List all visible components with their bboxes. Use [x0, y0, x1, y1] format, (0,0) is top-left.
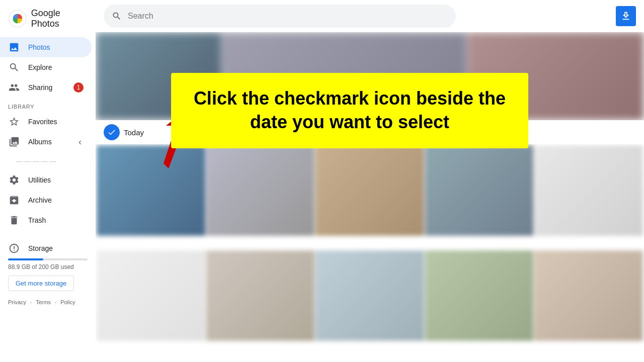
- photos-icon: [8, 41, 20, 53]
- photo-thumb-4: [425, 145, 534, 236]
- utilities-icon: [8, 174, 20, 186]
- utilities-label: Utilities: [28, 176, 51, 184]
- sidebar-item-explore[interactable]: Explore: [0, 57, 92, 77]
- sidebar-item-albums[interactable]: Albums ‹: [0, 132, 92, 152]
- photo-thumb-7: [206, 250, 315, 341]
- upload-icon: [620, 11, 631, 22]
- library-section-label: LIBRARY: [0, 98, 96, 112]
- sidebar-item-sharing[interactable]: Sharing 1: [0, 77, 92, 98]
- photo-thumb-8: [315, 250, 424, 341]
- sidebar-item-trash[interactable]: Trash: [0, 210, 92, 230]
- storage-nav-item: Storage: [0, 238, 92, 258]
- tooltip-box: Click the checkmark icon beside the date…: [171, 73, 528, 148]
- photo-thumb-3: [315, 145, 424, 236]
- sidebar-item-archive[interactable]: Archive: [0, 190, 92, 210]
- albums-sub-label: — — — — —: [16, 157, 56, 165]
- photo-thumb-1: [97, 145, 205, 236]
- app-logo: Google Photos: [0, 4, 96, 37]
- albums-label: Albums: [28, 138, 52, 146]
- checkmark-icon: [107, 128, 116, 137]
- get-more-storage-button[interactable]: Get more storage: [8, 276, 74, 291]
- privacy-link[interactable]: Privacy: [8, 299, 26, 305]
- photo-thumb-5: [534, 145, 643, 236]
- photo-thumb-2: [206, 145, 315, 236]
- footer-links: Privacy · Terms · Policy: [0, 295, 96, 309]
- main-content: Today Click the che: [96, 0, 644, 362]
- albums-icon: [8, 136, 20, 148]
- sidebar-item-photos[interactable]: Photos: [0, 37, 92, 57]
- header-bar: [96, 0, 644, 32]
- sidebar-item-utilities[interactable]: Utilities: [0, 170, 92, 190]
- policy-link[interactable]: Policy: [60, 299, 75, 305]
- photo-thumb-10: [534, 250, 643, 341]
- albums-chevron-icon: ‹: [78, 137, 82, 147]
- tooltip-text: Click the checkmark icon beside the date…: [187, 87, 512, 134]
- photo-area: Today Click the che: [96, 0, 644, 355]
- app-name-label: Google Photos: [31, 8, 88, 29]
- sharing-label: Sharing: [28, 83, 52, 92]
- search-bar[interactable]: [104, 5, 456, 28]
- photos-label: Photos: [28, 43, 50, 51]
- sidebar-item-favorites[interactable]: Favorites: [0, 112, 92, 132]
- storage-label: Storage: [28, 244, 53, 252]
- google-photos-logo-icon: [8, 9, 27, 29]
- storage-bar-background: [8, 258, 88, 260]
- storage-icon: [8, 242, 20, 254]
- sharing-icon: [8, 81, 20, 94]
- photo-thumb-9: [425, 250, 534, 341]
- search-input[interactable]: [128, 12, 448, 21]
- photo-grid: [96, 144, 644, 355]
- storage-bar-fill: [8, 258, 43, 260]
- explore-icon: [8, 61, 20, 73]
- date-checkmark-button[interactable]: [104, 124, 120, 140]
- upload-button[interactable]: [616, 6, 636, 26]
- favorites-label: Favorites: [28, 118, 57, 126]
- storage-bar-area: 88.9 GB of 200 GB used Get more storage: [0, 258, 96, 295]
- sidebar: Google Photos Photos Explore Sharing 1 L…: [0, 0, 96, 362]
- search-icon: [112, 11, 122, 21]
- archive-label: Archive: [28, 196, 52, 204]
- favorites-icon: [8, 116, 20, 128]
- explore-label: Explore: [28, 63, 52, 71]
- trash-icon: [8, 214, 20, 226]
- storage-section: Storage 88.9 GB of 200 GB used Get more …: [0, 238, 96, 295]
- date-label: Today: [124, 128, 144, 137]
- photo-thumb-6: [97, 250, 205, 341]
- header-actions: [616, 6, 636, 26]
- trash-label: Trash: [28, 216, 46, 224]
- storage-used-label: 88.9 GB of 200 GB used: [8, 263, 88, 270]
- archive-icon: [8, 194, 20, 206]
- sidebar-albums-sub-item[interactable]: — — — — —: [0, 152, 92, 170]
- terms-link[interactable]: Terms: [36, 299, 51, 305]
- sharing-badge: 1: [73, 82, 84, 93]
